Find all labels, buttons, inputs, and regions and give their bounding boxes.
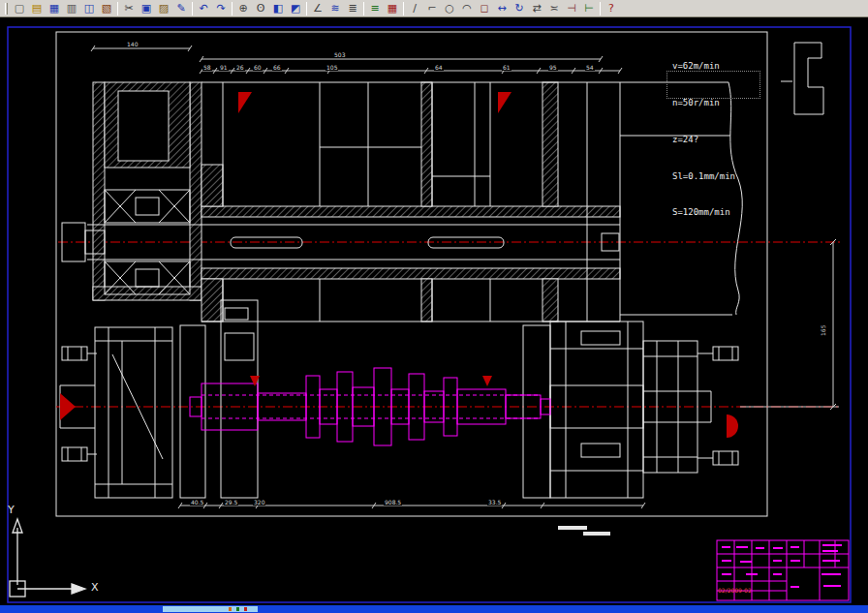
toolbar-extend-button[interactable]: ⊢ — [580, 1, 598, 16]
toolbar-publish-button[interactable]: ▧ — [98, 1, 115, 16]
dimension-label: 165 — [820, 324, 826, 337]
cut-icon: ✂ — [124, 3, 133, 14]
toolbar-polyline-button[interactable]: ⌐ — [423, 1, 441, 16]
toolbar-match-properties-button[interactable]: ✎ — [172, 1, 190, 16]
toolbar-separator — [403, 2, 404, 15]
toolbar-mirror-button[interactable]: ⇄ — [528, 1, 545, 16]
distance-icon: ∠ — [313, 3, 323, 14]
toolbar-rotate-button[interactable]: ↻ — [511, 1, 528, 16]
save-icon: ▦ — [49, 3, 59, 14]
toolbar-properties-button[interactable]: ≣ — [344, 1, 361, 16]
toolbar-zoom-window-button[interactable]: ◧ — [269, 1, 287, 16]
toolbar-move-button[interactable]: ↔ — [493, 1, 511, 16]
erase-icon: ◻ — [480, 3, 488, 14]
main-toolbar: ▢▤▦▥◫▧✂▣▨✎↶↷⊕ʘ◧◩∠≋≣≡▦∕⌐○◠◻↔↻⇄≍⊣⊢? — [0, 0, 868, 17]
toolbar-new-button[interactable]: ▢ — [11, 1, 28, 16]
layers-icon: ≡ — [370, 3, 379, 14]
toolbar-distance-button[interactable]: ∠ — [309, 1, 326, 16]
toolbar-separator — [117, 2, 118, 15]
annotation-line: z=24? — [672, 134, 735, 146]
toolbar-open-button[interactable]: ▤ — [28, 1, 46, 16]
taskbar[interactable] — [0, 605, 868, 613]
toolbar-separator — [600, 2, 601, 15]
offset-icon: ≍ — [549, 3, 558, 14]
plot-preview-icon: ◫ — [84, 3, 94, 14]
toolbar-layers-button[interactable]: ≡ — [366, 1, 384, 16]
toolbar-paste-button[interactable]: ▨ — [155, 1, 172, 16]
toolbar-separator — [192, 2, 193, 15]
tray-icon[interactable] — [229, 607, 232, 611]
selection-highlight — [666, 71, 760, 99]
toolbar-erase-button[interactable]: ◻ — [476, 1, 493, 16]
help-icon: ? — [608, 3, 614, 14]
dimension-label: 29.5 — [224, 499, 238, 506]
toolbar-redo-button[interactable]: ↷ — [212, 1, 230, 16]
toolbar-separator — [306, 2, 307, 15]
move-icon: ↔ — [497, 3, 506, 14]
ucs-label-x: X — [91, 581, 99, 594]
toolbar-offset-button[interactable]: ≍ — [545, 1, 563, 16]
toolbar-redraw-button[interactable]: ≋ — [326, 1, 344, 16]
cutting-parameters: v=62m/min n=50r/min z=24? Sl=0.1mm/min S… — [672, 36, 735, 231]
properties-icon: ≣ — [348, 3, 356, 14]
dimension-label: 91 — [219, 64, 229, 71]
paste-icon: ▨ — [159, 3, 169, 14]
dimension-label: 26 — [235, 64, 245, 71]
toolbar-grip[interactable] — [5, 3, 8, 15]
annotation-line: S=120mm/min — [672, 206, 735, 219]
zoom-realtime-icon: ʘ — [257, 3, 265, 14]
dimension-label: 40.5 — [190, 499, 204, 506]
centerlines — [56, 242, 841, 407]
dimension-label: 66 — [272, 64, 282, 71]
zoom-previous-icon: ◩ — [291, 3, 300, 14]
polyline-icon: ⌐ — [427, 3, 436, 14]
dimension-label: 95 — [548, 64, 558, 71]
tray-icon[interactable] — [244, 607, 247, 611]
dimension-label: 64 — [434, 64, 444, 71]
toolbar-layer-control-button[interactable]: ▦ — [384, 1, 401, 16]
dimension-label: 503 — [333, 51, 346, 58]
mirror-icon: ⇄ — [532, 3, 541, 14]
toolbar-copy-button[interactable]: ▣ — [138, 1, 155, 16]
toolbar-zoom-realtime-button[interactable]: ʘ — [252, 1, 269, 16]
zoom-window-icon: ◧ — [273, 3, 283, 14]
dimension-label: 33.5 — [487, 499, 502, 506]
toolbar-help-button[interactable]: ? — [603, 1, 620, 16]
pan-icon: ⊕ — [238, 3, 247, 14]
toolbar-save-button[interactable]: ▦ — [46, 1, 63, 16]
line-icon: ∕ — [413, 3, 417, 14]
publish-icon: ▧ — [102, 3, 111, 14]
toolbar-undo-button[interactable]: ↶ — [195, 1, 212, 16]
toolbar-buttons: ▢▤▦▥◫▧✂▣▨✎↶↷⊕ʘ◧◩∠≋≣≡▦∕⌐○◠◻↔↻⇄≍⊣⊢? — [11, 1, 620, 16]
dimension-label: 320 — [253, 499, 265, 506]
toolbar-cut-button[interactable]: ✂ — [120, 1, 138, 16]
redo-icon: ↷ — [216, 3, 225, 14]
annotation-line: Sl=0.1mm/min — [672, 170, 735, 183]
dimension-label: 908.5 — [384, 499, 402, 506]
toolbar-arc-button[interactable]: ◠ — [458, 1, 476, 16]
toolbar-circle-button[interactable]: ○ — [441, 1, 458, 16]
rotate-icon: ↻ — [514, 3, 523, 14]
plot-icon: ▥ — [67, 3, 77, 14]
dimension-label: 60 — [253, 64, 263, 71]
redraw-icon: ≋ — [330, 3, 339, 14]
tray-icon[interactable] — [236, 607, 239, 611]
extend-icon: ⊢ — [584, 3, 594, 14]
copy-icon: ▣ — [141, 3, 151, 14]
toolbar-zoom-previous-button[interactable]: ◩ — [287, 1, 304, 16]
dimension-label: 140 — [126, 41, 139, 47]
toolbar-line-button[interactable]: ∕ — [406, 1, 423, 16]
trim-icon: ⊣ — [567, 3, 576, 14]
dimension-label: 61 — [502, 64, 512, 71]
undo-icon: ↶ — [199, 3, 207, 14]
ucs-label-y: Y — [8, 504, 15, 516]
red-marks-top — [238, 92, 512, 113]
toolbar-separator — [363, 2, 364, 15]
toolbar-trim-button[interactable]: ⊣ — [563, 1, 580, 16]
toolbar-plot-preview-button[interactable]: ◫ — [80, 1, 98, 16]
toolbar-pan-button[interactable]: ⊕ — [234, 1, 252, 16]
match-properties-icon: ✎ — [176, 3, 185, 14]
layer-control-icon: ▦ — [388, 3, 397, 14]
arc-icon: ◠ — [462, 3, 472, 14]
toolbar-plot-button[interactable]: ▥ — [63, 1, 80, 16]
